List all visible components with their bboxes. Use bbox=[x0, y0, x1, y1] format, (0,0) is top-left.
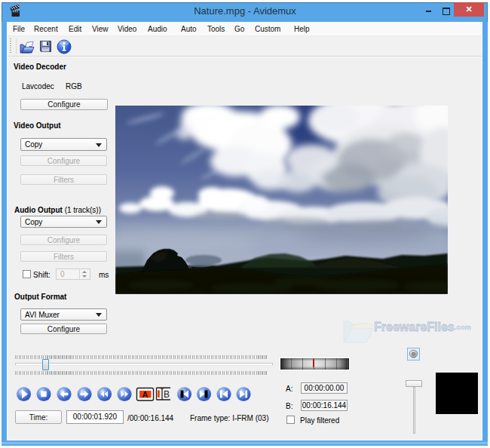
svg-text:A: A bbox=[142, 390, 149, 399]
svg-text:B: B bbox=[164, 389, 170, 400]
